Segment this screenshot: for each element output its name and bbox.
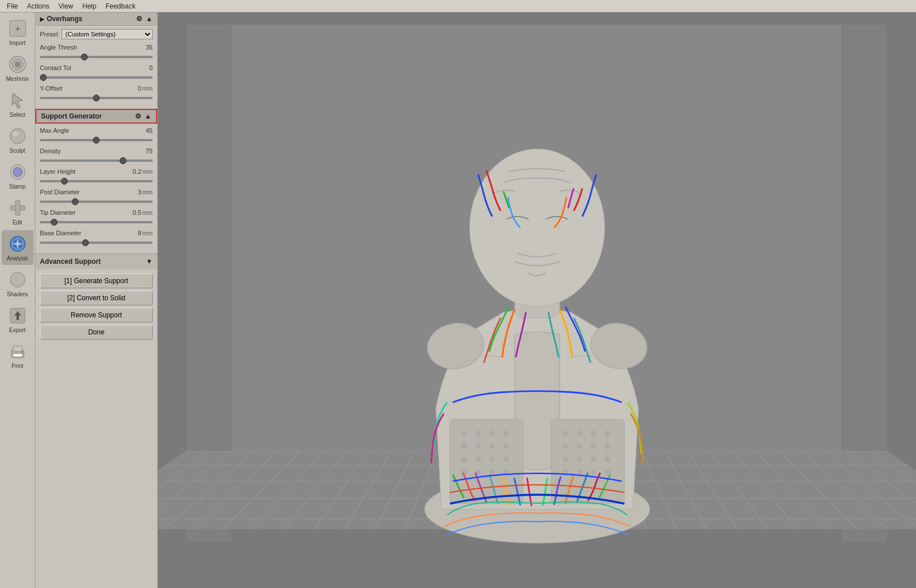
contact-tol-value: 0 <box>136 64 153 71</box>
svg-point-48 <box>604 431 610 436</box>
svg-rect-12 <box>15 201 20 215</box>
layer-height-slider-row <box>40 176 153 184</box>
svg-point-49 <box>562 443 568 449</box>
menubar: File Actions View Help Feedback <box>0 0 916 13</box>
advanced-support-row[interactable]: Advanced Support ▼ <box>35 254 157 269</box>
layer-height-unit: mm <box>141 168 153 175</box>
done-button[interactable]: Done <box>40 325 153 340</box>
overhangs-title: Overhangs <box>47 15 83 23</box>
analysis-icon <box>7 234 28 254</box>
support-gen-gear-icon[interactable]: ⚙ <box>135 112 141 120</box>
menu-help[interactable]: Help <box>78 1 101 11</box>
select-label: Select <box>10 112 26 118</box>
tip-diameter-row: Tip Diameter 0.5 mm <box>40 209 153 216</box>
y-offset-unit: mm <box>141 85 153 92</box>
remove-support-button[interactable]: Remove Support <box>40 308 153 322</box>
import-icon: + <box>7 18 28 39</box>
3d-model <box>361 70 714 554</box>
model-svg <box>361 70 714 554</box>
menu-actions[interactable]: Actions <box>22 1 54 11</box>
post-diameter-unit: mm <box>141 189 153 195</box>
density-slider-row <box>40 156 153 164</box>
stamp-icon <box>7 162 28 182</box>
analysis-label: Analysis <box>7 255 28 262</box>
preset-label: Preset <box>40 31 58 38</box>
support-gen-title: Support Generator <box>41 112 102 120</box>
svg-point-31 <box>489 431 494 436</box>
svg-rect-19 <box>13 346 22 352</box>
base-diameter-slider[interactable] <box>40 242 153 244</box>
density-slider[interactable] <box>40 160 153 162</box>
preset-select[interactable]: (Custom Settings) Default Fine Coarse <box>62 29 153 39</box>
base-diameter-slider-row <box>40 238 153 246</box>
tool-analysis[interactable]: Analysis <box>2 230 34 265</box>
overhangs-collapse-icon[interactable]: ▲ <box>146 15 153 23</box>
preset-row: Preset (Custom Settings) Default Fine Co… <box>40 29 153 39</box>
tool-shaders[interactable]: Shaders <box>2 266 34 301</box>
support-generator-header[interactable]: Support Generator ⚙ ▲ <box>35 109 157 124</box>
sculpt-label: Sculpt <box>10 148 26 154</box>
tool-print[interactable]: Print <box>2 338 34 373</box>
svg-point-35 <box>489 443 494 449</box>
svg-point-36 <box>503 443 509 449</box>
svg-point-21 <box>21 351 23 353</box>
menu-file[interactable]: File <box>2 1 22 11</box>
overhangs-header-controls: ⚙ ▲ <box>136 15 153 23</box>
overhangs-header[interactable]: ▶ Overhangs ⚙ ▲ <box>35 13 157 26</box>
action-buttons-area: [1] Generate Support [2] Convert to Soli… <box>35 269 157 344</box>
tool-stamp[interactable]: Stamp <box>2 158 34 193</box>
angle-thresh-value: 35 <box>136 44 153 51</box>
svg-point-39 <box>489 456 494 462</box>
tool-export[interactable]: Export <box>2 302 34 337</box>
tip-diameter-slider[interactable] <box>40 221 153 223</box>
svg-point-55 <box>590 456 596 462</box>
contact-tol-row: Contact Tol 0 <box>40 64 153 71</box>
tool-sculpt[interactable]: Sculpt <box>2 122 34 157</box>
tool-meshmix[interactable]: Meshmix <box>2 51 34 85</box>
contact-tol-slider-row <box>40 72 153 80</box>
post-diameter-slider[interactable] <box>40 201 153 203</box>
svg-point-47 <box>590 431 596 436</box>
svg-point-32 <box>503 431 509 436</box>
svg-text:+: + <box>15 24 20 34</box>
shaders-icon <box>7 270 28 290</box>
svg-point-24 <box>469 149 604 307</box>
layer-height-value: 0.2 <box>124 168 141 175</box>
svg-point-52 <box>604 443 610 449</box>
sculpt-icon <box>7 126 28 146</box>
tool-edit[interactable]: Edit <box>2 194 34 229</box>
svg-point-7 <box>10 129 25 144</box>
svg-point-58 <box>576 469 582 475</box>
contact-tol-label: Contact Tol <box>40 64 136 71</box>
settings-panel: ▶ Overhangs ⚙ ▲ Preset (Custom Settings)… <box>35 13 158 588</box>
base-diameter-unit: mm <box>141 230 153 236</box>
angle-thresh-slider[interactable] <box>40 56 153 58</box>
svg-rect-20 <box>13 354 22 357</box>
svg-point-53 <box>562 456 568 462</box>
support-gen-collapse-icon[interactable]: ▲ <box>145 112 152 120</box>
svg-point-29 <box>461 431 467 436</box>
tool-import[interactable]: + Import <box>2 15 34 50</box>
angle-thresh-row: Angle Thresh 35 <box>40 44 153 51</box>
tool-select[interactable]: Select <box>2 87 34 121</box>
3d-viewport[interactable] <box>158 13 916 588</box>
support-generator-body: Max Angle 45 Density 75 Layer Height 0.2… <box>35 124 157 254</box>
generate-support-button[interactable]: [1] Generate Support <box>40 273 153 288</box>
max-angle-slider[interactable] <box>40 139 153 141</box>
angle-thresh-label: Angle Thresh <box>40 44 136 51</box>
overhangs-gear-icon[interactable]: ⚙ <box>136 15 142 23</box>
tip-diameter-unit: mm <box>141 209 153 216</box>
advanced-support-label: Advanced Support <box>40 258 101 266</box>
svg-point-30 <box>475 431 481 436</box>
layer-height-row: Layer Height 0.2 mm <box>40 168 153 175</box>
layer-height-slider[interactable] <box>40 180 153 182</box>
post-diameter-value: 3 <box>124 189 141 195</box>
contact-tol-slider[interactable] <box>40 76 153 79</box>
density-row: Density 75 <box>40 148 153 154</box>
svg-point-59 <box>590 469 596 475</box>
y-offset-slider[interactable] <box>40 97 153 99</box>
export-icon <box>7 305 28 326</box>
convert-to-solid-button[interactable]: [2] Convert to Solid <box>40 291 153 305</box>
menu-view[interactable]: View <box>54 1 78 11</box>
menu-feedback[interactable]: Feedback <box>101 1 140 11</box>
